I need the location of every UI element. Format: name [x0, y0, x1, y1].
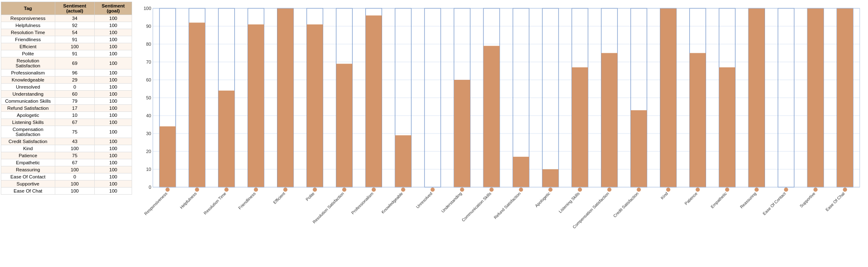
- table-cell: 100: [95, 22, 132, 29]
- svg-point-63: [460, 188, 464, 192]
- table-cell: 0: [55, 84, 95, 91]
- table-cell: Resolution Satisfaction: [1, 57, 55, 69]
- table-cell: Polite: [1, 50, 55, 57]
- table-cell: 100: [95, 180, 132, 188]
- svg-rect-23: [159, 126, 176, 187]
- svg-point-24: [165, 188, 169, 192]
- svg-point-71: [519, 188, 523, 192]
- table-cell: 100: [95, 50, 132, 57]
- table-cell: Kind: [1, 145, 55, 152]
- table-cell: 100: [55, 43, 95, 50]
- svg-rect-27: [189, 22, 205, 187]
- svg-rect-70: [513, 157, 529, 187]
- table-cell: Professionalism: [1, 69, 55, 77]
- svg-point-67: [490, 188, 494, 192]
- table-cell: Ease Of Contact: [1, 173, 55, 180]
- table-cell: 79: [55, 98, 95, 105]
- svg-rect-51: [365, 15, 382, 187]
- svg-point-110: [814, 188, 818, 192]
- table-cell: 75: [55, 152, 95, 159]
- table-cell: 67: [55, 119, 95, 126]
- table-cell: 0: [55, 173, 95, 180]
- table-cell: Helpfulness: [1, 22, 55, 29]
- svg-point-48: [342, 188, 346, 192]
- table-cell: 91: [55, 50, 95, 57]
- table-cell: 100: [55, 145, 95, 152]
- table-cell: 100: [95, 173, 132, 180]
- svg-rect-94: [689, 53, 706, 188]
- table-cell: Credit Satisfaction: [1, 138, 55, 145]
- svg-rect-74: [542, 169, 559, 187]
- table-cell: 100: [95, 84, 132, 91]
- table-cell: 100: [95, 98, 132, 105]
- svg-point-36: [254, 188, 258, 192]
- table-cell: 100: [95, 152, 132, 159]
- svg-rect-47: [336, 64, 352, 187]
- svg-point-28: [195, 188, 199, 192]
- table-cell: 69: [55, 57, 95, 69]
- svg-point-52: [372, 188, 376, 192]
- table-cell: 43: [55, 138, 95, 145]
- svg-text:Responsiveness: Responsiveness: [143, 191, 168, 216]
- chart-container: 0102030405060708090100ResponsivenessHelp…: [137, 4, 864, 242]
- table-cell: 100: [95, 119, 132, 126]
- svg-point-59: [431, 188, 435, 192]
- svg-text:Kind: Kind: [660, 191, 669, 200]
- svg-point-103: [755, 188, 759, 192]
- table-cell: 100: [55, 166, 95, 173]
- table-cell: 100: [95, 166, 132, 173]
- table-cell: Apologetic: [1, 112, 55, 119]
- svg-text:Ease Of Chat: Ease Of Chat: [825, 191, 846, 212]
- svg-rect-62: [454, 80, 470, 187]
- svg-text:60: 60: [146, 77, 151, 82]
- svg-rect-66: [483, 46, 500, 187]
- svg-text:10: 10: [146, 167, 151, 172]
- svg-point-91: [666, 188, 670, 192]
- svg-text:50: 50: [146, 95, 151, 100]
- svg-text:Efficient: Efficient: [272, 191, 286, 205]
- table-cell: 100: [95, 126, 132, 138]
- table-cell: 10: [55, 112, 95, 119]
- chart-svg: 0102030405060708090100ResponsivenessHelp…: [137, 4, 864, 237]
- svg-text:Knowledgeable: Knowledgeable: [380, 191, 404, 214]
- table-cell: 100: [95, 77, 132, 84]
- svg-rect-82: [601, 53, 618, 188]
- table-cell: 100: [55, 188, 95, 195]
- col-header-goal: Sentiment (goal): [95, 2, 132, 15]
- bar-chart-section: 0102030405060708090100ResponsivenessHelp…: [133, 0, 868, 267]
- table-cell: 54: [55, 29, 95, 36]
- svg-point-44: [313, 188, 317, 192]
- table-cell: 100: [95, 112, 132, 119]
- svg-rect-55: [395, 135, 411, 187]
- svg-point-40: [283, 188, 287, 192]
- table-cell: 100: [95, 138, 132, 145]
- table-cell: Patience: [1, 152, 55, 159]
- table-cell: 67: [55, 159, 95, 166]
- svg-text:Unresolved: Unresolved: [415, 191, 434, 210]
- table-cell: 100: [95, 159, 132, 166]
- svg-text:Reassuring: Reassuring: [739, 191, 758, 210]
- table-cell: 100: [95, 36, 132, 43]
- table-cell: 100: [95, 145, 132, 152]
- table-cell: 100: [95, 57, 132, 69]
- svg-text:Refund Satisfaction: Refund Satisfaction: [493, 191, 522, 220]
- svg-text:Resolution Time: Resolution Time: [203, 191, 227, 215]
- table-cell: 100: [95, 29, 132, 36]
- svg-point-32: [224, 188, 228, 192]
- table-cell: Listening Skills: [1, 119, 55, 126]
- svg-text:20: 20: [146, 149, 151, 154]
- svg-text:Empathetic: Empathetic: [710, 191, 728, 209]
- table-cell: Efficient: [1, 43, 55, 50]
- table-cell: Understanding: [1, 91, 55, 98]
- svg-text:Resolution Satisfaction: Resolution Satisfaction: [312, 191, 345, 225]
- table-cell: Communication Skills: [1, 98, 55, 105]
- table-cell: Responsiveness: [1, 15, 55, 22]
- svg-point-83: [607, 188, 611, 192]
- svg-rect-90: [660, 8, 677, 187]
- col-header-actual: Sentiment (actual): [55, 2, 95, 15]
- table-cell: Refund Satisfaction: [1, 105, 55, 112]
- svg-point-75: [548, 188, 552, 192]
- svg-text:70: 70: [146, 59, 151, 64]
- table-cell: 100: [95, 43, 132, 50]
- svg-text:40: 40: [146, 113, 151, 118]
